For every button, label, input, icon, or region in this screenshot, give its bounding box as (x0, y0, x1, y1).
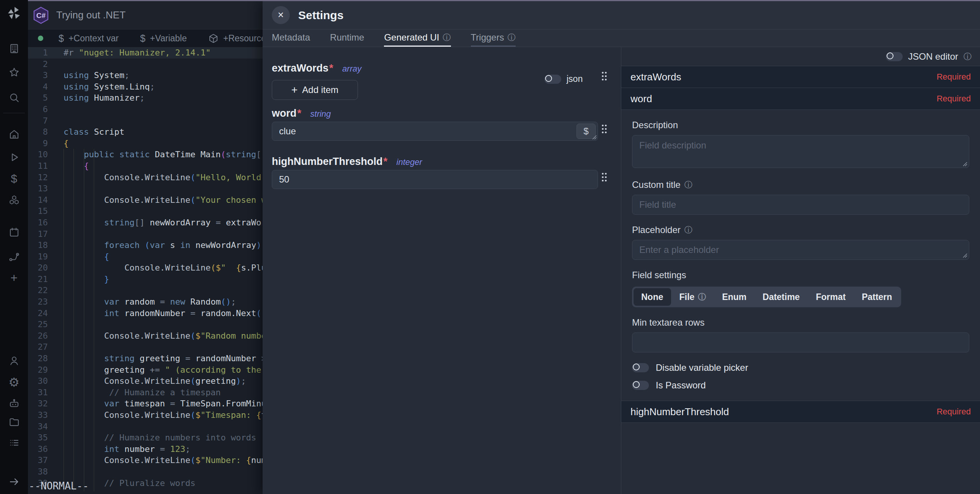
code-line[interactable]: 38 (28, 466, 263, 478)
code-line[interactable]: 6 (28, 104, 263, 115)
info-icon[interactable]: ⓘ (698, 292, 706, 302)
info-icon[interactable]: ⓘ (443, 32, 451, 43)
field-setting-file[interactable]: Fileⓘ (672, 288, 714, 306)
code-line[interactable]: 14 Console.WriteLine("Your chosen word" (28, 194, 263, 206)
calendar-icon[interactable] (8, 227, 20, 238)
segment-label: Format (816, 292, 846, 302)
code-line[interactable]: 23 var random = new Random(); (28, 296, 263, 308)
section-row-highNumberThreshold[interactable]: highNumberThreshold Required (621, 401, 980, 423)
plus-icon[interactable]: + (10, 271, 18, 285)
field-setting-format[interactable]: Format (808, 288, 853, 306)
code-line[interactable]: 29 greeting += " (according to the (28, 364, 263, 376)
custom-title-input[interactable] (632, 195, 969, 215)
code-line[interactable]: 8class Script (28, 126, 263, 138)
star-icon[interactable] (8, 67, 20, 78)
highNumberThreshold-input[interactable] (272, 170, 598, 189)
code-line[interactable]: 2 (28, 59, 263, 70)
code-line[interactable]: 11 { (28, 160, 263, 172)
arrow-right-icon[interactable] (8, 476, 20, 487)
add-variable-button[interactable]: $ +Variable (140, 33, 187, 44)
add-resource-button[interactable]: +Resource (208, 33, 263, 44)
is-password-toggle[interactable] (632, 381, 649, 390)
code-line[interactable]: 20 Console.WriteLine($" {s.Plu (28, 262, 263, 274)
folder-icon[interactable] (8, 416, 20, 428)
user-icon[interactable] (8, 355, 20, 367)
code-line[interactable]: 1#r "nuget: Humanizer, 2.14.1" (28, 47, 263, 59)
add-context-var-button[interactable]: $ +Context var (59, 33, 119, 44)
code-line[interactable]: 24 int randomNumber = random.Next( (28, 308, 263, 319)
tab-triggers[interactable]: Triggersⓘ (471, 29, 516, 47)
code-line[interactable]: 16 string[] newWordArray = extraWords (28, 217, 263, 228)
code-line[interactable]: 25 (28, 319, 263, 330)
code-line[interactable]: 32 var timespan = TimeSpan.FromMinu (28, 398, 263, 409)
code-line[interactable]: 37 Console.WriteLine($"Number: {num (28, 455, 263, 466)
description-textarea[interactable] (632, 135, 969, 168)
code-line[interactable]: 9{ (28, 138, 263, 149)
list-icon[interactable] (8, 437, 20, 448)
code-line[interactable]: 30 Console.WriteLine(greeting); (28, 375, 263, 387)
field-setting-datetime[interactable]: Datetime (755, 288, 807, 306)
home-icon[interactable] (8, 129, 20, 140)
code-line[interactable]: 3using System; (28, 70, 263, 81)
tab-generated-ui[interactable]: Generated UIⓘ (384, 29, 451, 47)
section-row-extraWords[interactable]: extraWords Required (621, 66, 980, 88)
code-line[interactable]: 15 (28, 205, 263, 217)
add-item-button[interactable]: + Add item (272, 80, 358, 100)
code-line[interactable]: 17 (28, 228, 263, 240)
code-line[interactable]: 18 foreach (var s in newWordArray) (28, 240, 263, 251)
search-icon[interactable] (8, 92, 20, 103)
route-icon[interactable] (8, 251, 20, 262)
code-line[interactable]: 34 (28, 421, 263, 432)
disable-variable-picker-toggle[interactable] (632, 363, 649, 372)
code-area[interactable]: 1#r "nuget: Humanizer, 2.14.1"23using Sy… (28, 47, 263, 494)
code-line[interactable]: 10 public static DateTime Main(string[] … (28, 149, 263, 160)
play-icon[interactable] (8, 152, 20, 163)
field-setting-enum[interactable]: Enum (714, 288, 754, 306)
windmill-logo-icon[interactable] (7, 5, 22, 21)
min-textarea-rows-input[interactable] (632, 333, 969, 352)
field-setting-none[interactable]: None (634, 288, 671, 306)
field-setting-pattern[interactable]: Pattern (854, 288, 900, 306)
code-line[interactable]: 13 (28, 183, 263, 194)
code-line[interactable]: 35 // Humanize numbers into words (28, 432, 263, 443)
section-row-word[interactable]: word Required (621, 88, 980, 110)
code-line[interactable]: 21 } (28, 274, 263, 285)
tab-runtime[interactable]: Runtime (330, 29, 364, 47)
code-line[interactable]: 36 int number = 123; (28, 443, 263, 455)
gear-icon[interactable]: ⚙ (8, 375, 20, 390)
code-line[interactable]: 33 Console.WriteLine($"Timespan: {t (28, 409, 263, 421)
code-line[interactable]: 22 (28, 285, 263, 296)
code-line[interactable]: 27 (28, 341, 263, 353)
resize-handle-icon[interactable] (963, 162, 967, 166)
resources-cubes-icon[interactable] (8, 194, 20, 206)
tab-metadata[interactable]: Metadata (272, 29, 310, 47)
info-icon[interactable]: ⓘ (508, 32, 516, 43)
cube-icon (208, 33, 219, 44)
word-input[interactable] (272, 122, 598, 141)
info-icon[interactable]: ⓘ (684, 225, 693, 235)
resize-handle-icon[interactable] (963, 253, 967, 258)
tab-label: Generated UI (384, 32, 439, 43)
variables-dollar-icon[interactable]: $ (11, 172, 17, 185)
code-line[interactable]: 5using Humanizer; (28, 92, 263, 104)
code-line[interactable]: 4using System.Linq; (28, 81, 263, 93)
code-line[interactable]: 28 string greeting = randomNumber > (28, 353, 263, 364)
json-editor-toggle[interactable] (886, 52, 903, 61)
code-line[interactable]: 26 Console.WriteLine($"Random numbe (28, 330, 263, 342)
placeholder-input[interactable] (632, 240, 969, 260)
drag-handle-icon[interactable] (601, 124, 608, 134)
json-toggle[interactable] (544, 75, 561, 84)
code-line[interactable]: 7 (28, 115, 263, 127)
info-icon[interactable]: ⓘ (964, 51, 972, 62)
script-title[interactable]: Trying out .NET (56, 9, 126, 21)
info-icon[interactable]: ⓘ (684, 179, 693, 190)
building-icon[interactable] (8, 43, 20, 54)
close-icon[interactable]: × (272, 6, 290, 24)
code-line[interactable]: 12 Console.WriteLine("Hello, World!" (28, 172, 263, 183)
drag-handle-icon[interactable] (601, 172, 608, 183)
robot-icon[interactable] (8, 398, 20, 409)
code-line[interactable]: 19 { (28, 251, 263, 262)
code-line[interactable]: 31 // Humanize a timespan (28, 387, 263, 398)
drag-handle-icon[interactable] (601, 71, 608, 82)
resize-handle-icon[interactable] (592, 135, 597, 140)
